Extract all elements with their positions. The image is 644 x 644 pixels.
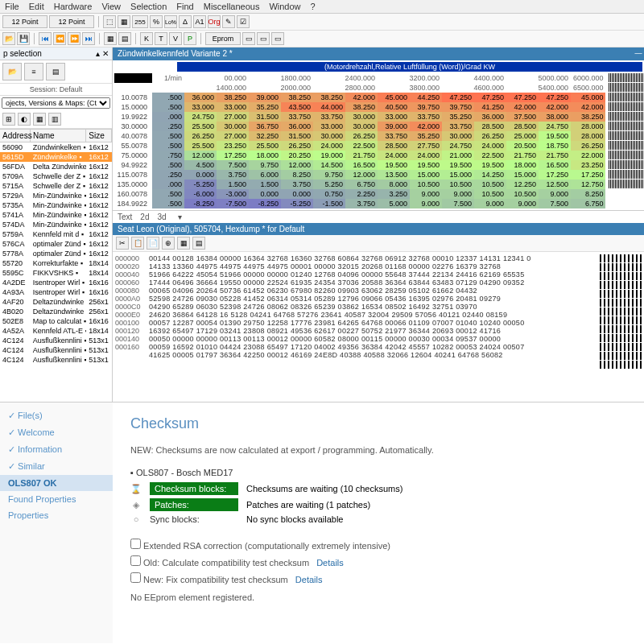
nav-item[interactable]: Found Properties: [0, 491, 113, 507]
map-list-row[interactable]: 4C124Ausflußkennlini ▪513x1: [0, 345, 112, 355]
map-list-row[interactable]: 5595CFIKKVSHKS ▪18x14: [0, 268, 112, 278]
map-list-row[interactable]: 5715ASchwelle der Z ▪16x12: [0, 181, 112, 191]
sb-tool[interactable]: ◐: [18, 113, 31, 126]
menu-selection[interactable]: Selection: [130, 2, 167, 11]
nav-item[interactable]: Properties: [0, 507, 113, 523]
hex-tool[interactable]: ▤: [192, 237, 205, 250]
nav-item[interactable]: Information: [0, 441, 113, 458]
map-list-row[interactable]: 5615DZündwinkelke ▪16x12: [0, 152, 112, 162]
nav-panel[interactable]: File(s)WelcomeInformationSimilarOLS807 O…: [0, 402, 113, 643]
grid-icon[interactable]: ▤: [118, 32, 131, 45]
map-list-row[interactable]: 4A2DEIsentroper Wirl ▪16x16: [0, 278, 112, 287]
map-list-row[interactable]: 574DAMin-Zündwinke ▪16x12: [0, 220, 112, 229]
checksum-footer: No EEprom element registered.: [130, 592, 626, 602]
hex-tool[interactable]: 📄: [147, 237, 159, 250]
chip-icon[interactable]: ▭: [257, 32, 270, 45]
tool-K[interactable]: K: [140, 32, 153, 45]
map-list-row[interactable]: 5759AKennfeld mit d ▪16x12: [0, 229, 112, 239]
grid-icon[interactable]: ▦: [104, 32, 117, 45]
map-list-row[interactable]: 4AF20Deltazündwinke ▪256x1: [0, 297, 112, 307]
tab-3d[interactable]: 3d: [157, 213, 166, 221]
nav-item[interactable]: Welcome: [0, 424, 113, 441]
menu-edit[interactable]: Edit: [29, 2, 44, 11]
check-option[interactable]: New: Fix compatibility test checksum Det…: [130, 572, 626, 584]
nav-item[interactable]: File(s): [0, 407, 113, 424]
chip-icon[interactable]: ▭: [271, 32, 284, 45]
menu-hardware[interactable]: Hardware: [54, 2, 93, 11]
font-select-2[interactable]: 12 Point: [49, 15, 94, 28]
project-icon[interactable]: ≡: [24, 63, 43, 80]
menubar[interactable]: FileEditHardwareViewSelectionFindMiscell…: [0, 0, 644, 14]
nav-item[interactable]: Similar: [0, 458, 113, 475]
tab-2d[interactable]: 2d: [140, 213, 149, 221]
sb-tool[interactable]: ▦: [33, 113, 46, 126]
menu-file[interactable]: File: [5, 2, 19, 11]
tab-Text[interactable]: Text: [118, 213, 132, 221]
tb-btn[interactable]: Org: [208, 15, 221, 28]
map-list-row[interactable]: 4A52AKennfeld ATL-E ▪18x14: [0, 326, 112, 336]
tb-btn[interactable]: ✎: [222, 15, 235, 28]
tool-T[interactable]: T: [155, 32, 167, 45]
map-table[interactable]: 1/min00.0001800.0002400.0003200.0004400.…: [114, 73, 605, 208]
open-icon[interactable]: 📂: [2, 32, 15, 45]
tb-btn[interactable]: A1: [193, 15, 206, 28]
hex-tool[interactable]: ✂: [116, 237, 129, 250]
map-tabs[interactable]: Text2d3d ▾: [113, 210, 644, 223]
last-icon[interactable]: ⏭: [82, 32, 95, 45]
sb-tool[interactable]: ⊞: [2, 113, 15, 126]
prev-icon[interactable]: ⏪: [53, 32, 66, 45]
map-list-row[interactable]: 5709ASchwelle der Z ▪16x12: [0, 171, 112, 181]
tb-btn[interactable]: ☑: [237, 15, 250, 28]
check-option[interactable]: Extended RSA correction (computationally…: [130, 539, 626, 551]
font-select-1[interactable]: 12 Point: [2, 15, 47, 28]
tool-V[interactable]: V: [169, 32, 182, 45]
menu-?[interactable]: ?: [311, 2, 316, 11]
details-link[interactable]: Details: [316, 558, 344, 568]
map-list-row[interactable]: 56FDADelta Zündwinke ▪16x12: [0, 162, 112, 171]
hex-icon[interactable]: ⬚: [103, 15, 116, 28]
tool-P[interactable]: P: [184, 32, 196, 45]
check-option[interactable]: Old: Calculate compatibility test checks…: [130, 555, 626, 568]
map-list-row[interactable]: 55720Korrekturfakte ▪18x14: [0, 258, 112, 268]
map-list-row[interactable]: 5735AMin-Zündwinke ▪16x12: [0, 200, 112, 210]
project-icon[interactable]: ▤: [46, 63, 65, 80]
hex-tool[interactable]: ▦: [177, 237, 190, 250]
save-icon[interactable]: 💾: [17, 32, 30, 45]
map-list-row[interactable]: 5741AMin-Zündwinke ▪16x12: [0, 210, 112, 220]
chip-icon[interactable]: ▭: [242, 32, 255, 45]
map-list-row[interactable]: 56090Zündwinkelken ▪16x12: [0, 142, 112, 152]
sb-tool[interactable]: ▥: [48, 113, 61, 126]
menu-view[interactable]: View: [101, 2, 121, 11]
eprom-label[interactable]: Eprom: [205, 32, 241, 45]
map-list-row[interactable]: 4A93AIsentroper Wirl ▪16x16: [0, 287, 112, 297]
collapse-icon[interactable]: ▴ ✕: [96, 49, 109, 58]
menu-miscellaneous[interactable]: Miscellaneous: [204, 2, 260, 11]
tb-btn[interactable]: Δ: [179, 15, 192, 28]
menu-find[interactable]: Find: [176, 2, 193, 11]
first-icon[interactable]: ⏮: [39, 32, 52, 45]
tb-255[interactable]: 255: [132, 15, 148, 28]
hex-offsets: 0000000000200000400000600000800000A00000…: [115, 254, 149, 369]
hex-tool[interactable]: 📋: [131, 237, 144, 250]
map-list-row[interactable]: 4C124Ausflußkennlini ▪513x1: [0, 355, 112, 365]
map-list-row[interactable]: 576CAoptimaler Zünd ▪16x12: [0, 239, 112, 249]
tb-btn[interactable]: %: [150, 15, 163, 28]
map-list-row[interactable]: 5778Aoptimaler Zünd ▪16x12: [0, 249, 112, 258]
menu-window[interactable]: Window: [269, 2, 300, 11]
tb-btn[interactable]: ▦: [118, 15, 130, 28]
map-list-row[interactable]: 4C124Ausflußkennlini ▪513x1: [0, 336, 112, 345]
minimize-icon[interactable]: ―: [633, 49, 644, 59]
tb-lo[interactable]: Lo%: [164, 15, 177, 28]
maps-dropdown[interactable]: ojects, Versions & Maps: (Ctrl+Shift+F): [2, 97, 110, 109]
hex-title: Seat Leon (Original), 505704, Hexdump * …: [118, 225, 304, 233]
map-list-row[interactable]: 5729AMin-Zündwinke ▪16x12: [0, 191, 112, 200]
map-list-row[interactable]: 4B020Deltazündwinke ▪256x1: [0, 307, 112, 316]
hex-data[interactable]: 00144 00128 16384 00000 16364 32768 1636…: [149, 254, 600, 369]
map-list[interactable]: 56090Zündwinkelken ▪16x125615DZündwinkel…: [0, 142, 112, 402]
details-link[interactable]: Details: [295, 575, 323, 584]
project-open-icon[interactable]: 📂: [2, 63, 22, 80]
hex-tool[interactable]: ⊕: [162, 237, 175, 250]
nav-item[interactable]: OLS807 OK: [0, 475, 113, 491]
next-icon[interactable]: ⏩: [68, 32, 80, 45]
map-list-row[interactable]: 502E8Map to calculat ▪16x16: [0, 316, 112, 326]
